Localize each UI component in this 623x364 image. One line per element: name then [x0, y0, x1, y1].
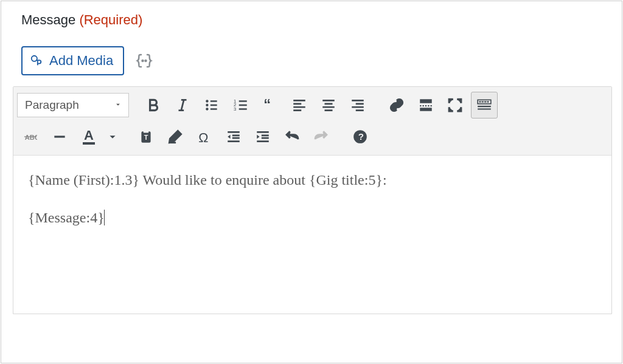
outdent-button[interactable]	[220, 123, 247, 150]
undo-button[interactable]	[279, 123, 305, 150]
format-select-value: Paragraph	[25, 98, 79, 112]
redo-button[interactable]	[308, 123, 335, 150]
svg-rect-11	[420, 108, 432, 111]
field-label-row: Message (Required)	[12, 12, 610, 28]
svg-text:“: “	[263, 97, 271, 112]
align-right-button[interactable]	[344, 92, 371, 118]
editor-paragraph-2: {Message:4}	[28, 208, 597, 228]
align-center-button[interactable]	[315, 92, 342, 118]
indent-button[interactable]	[249, 123, 276, 150]
blockquote-button[interactable]: “	[257, 92, 284, 118]
clear-formatting-button[interactable]	[162, 123, 189, 150]
bold-button[interactable]	[140, 92, 167, 118]
text-color-icon: A	[83, 129, 95, 145]
toolbar-toggle-button[interactable]	[471, 92, 498, 118]
paste-text-button[interactable]: T	[133, 123, 159, 150]
text-color-button[interactable]: A	[75, 123, 102, 150]
numbered-list-button[interactable]: 123	[228, 92, 254, 118]
editor-toolbar: Paragraph 123 “	[13, 87, 611, 156]
svg-rect-10	[420, 99, 432, 103]
special-character-button[interactable]: Ω	[191, 123, 218, 150]
media-actions-row: Add Media	[12, 46, 610, 75]
horizontal-rule-button[interactable]	[46, 123, 73, 150]
merge-tag-button[interactable]	[135, 52, 153, 70]
svg-point-5	[206, 108, 208, 110]
link-button[interactable]	[383, 92, 410, 118]
field-label: Message	[21, 12, 75, 27]
svg-rect-15	[484, 101, 486, 103]
svg-text:?: ?	[358, 131, 364, 142]
svg-rect-16	[487, 101, 489, 103]
chevron-down-icon	[114, 98, 122, 112]
fullscreen-button[interactable]	[442, 92, 468, 118]
editor-content-area[interactable]: {Name (First):1.3} Would like to enquire…	[13, 156, 611, 314]
align-left-button[interactable]	[286, 92, 313, 118]
add-media-button[interactable]: Add Media	[21, 46, 124, 75]
required-indicator: (Required)	[79, 12, 142, 27]
strikethrough-button[interactable]: ABC	[17, 123, 44, 150]
message-field-container: Message (Required) Add Media	[1, 1, 622, 363]
text-color-dropdown[interactable]	[105, 123, 120, 150]
svg-text:Ω: Ω	[198, 130, 208, 145]
add-media-label: Add Media	[49, 53, 113, 69]
format-select[interactable]: Paragraph	[17, 93, 129, 117]
svg-text:3: 3	[234, 106, 236, 112]
bullet-list-button[interactable]	[198, 92, 225, 118]
help-button[interactable]: ?	[347, 123, 374, 150]
svg-point-3	[206, 100, 208, 102]
svg-point-1	[142, 60, 144, 61]
italic-button[interactable]	[169, 92, 196, 118]
svg-point-2	[145, 60, 147, 61]
media-icon	[30, 54, 43, 67]
svg-point-4	[206, 104, 208, 106]
read-more-button[interactable]	[412, 92, 439, 118]
svg-rect-13	[479, 101, 481, 103]
svg-text:T: T	[144, 134, 148, 141]
text-cursor	[104, 210, 105, 225]
svg-rect-19	[144, 130, 149, 132]
svg-rect-14	[482, 101, 484, 103]
editor-paragraph-1: {Name (First):1.3} Would like to enquire…	[28, 170, 597, 191]
toolbar-row-2: ABC A T Ω	[17, 122, 608, 154]
toolbar-row-1: Paragraph 123 “	[17, 91, 608, 122]
rich-text-editor: Paragraph 123 “	[13, 86, 612, 314]
